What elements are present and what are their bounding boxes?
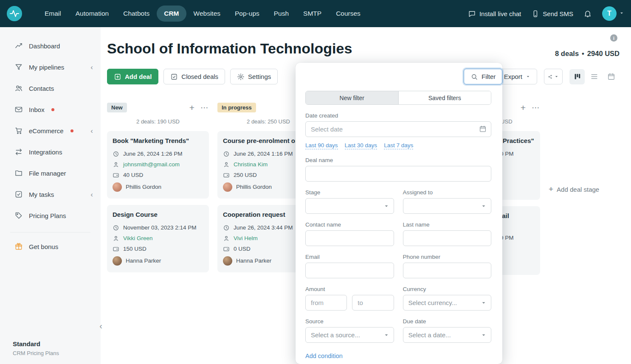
stage-select[interactable] (305, 198, 394, 214)
last-90-days-link[interactable]: Last 90 days (305, 142, 338, 149)
nav-item-email[interactable]: Email (37, 6, 68, 22)
stage-menu-icon[interactable]: ⋯ (200, 104, 209, 112)
add-deal-to-stage-icon[interactable]: + (189, 103, 194, 112)
add-condition-link[interactable]: Add condition (305, 353, 343, 359)
tab-new-filter[interactable]: New filter (306, 91, 398, 104)
check-square-icon (170, 73, 178, 81)
stage-badge: New (107, 103, 127, 112)
contact-name-input[interactable] (305, 230, 394, 246)
deal-owner: Phillis Gordon (236, 184, 272, 190)
kanban-icon (573, 73, 581, 81)
tab-saved-filters[interactable]: Saved filters (398, 91, 491, 104)
add-deal-to-stage-icon[interactable]: + (521, 103, 526, 112)
deal-name-input[interactable] (305, 166, 491, 182)
chevron-down-icon (383, 332, 390, 340)
due-date-select[interactable]: Select a date... (403, 327, 492, 343)
add-deal-button[interactable]: Add deal (107, 69, 158, 84)
notification-dot (51, 108, 54, 111)
closed-deals-button[interactable]: Closed deals (163, 69, 225, 84)
search-icon (470, 73, 478, 81)
card-list: Book "Marketing Trends" June 26, 2024 1:… (107, 131, 209, 272)
deal-card[interactable]: Design Course November 03, 2023 2:14 PM … (107, 205, 209, 272)
stage-menu-icon[interactable]: ⋯ (532, 104, 540, 112)
nav-item-courses[interactable]: Courses (329, 6, 368, 22)
phone-number-input[interactable] (403, 263, 492, 278)
info-icon[interactable]: i (610, 34, 617, 42)
deal-stats: 8 deals • 2940 USD (555, 50, 620, 58)
bell-icon (583, 9, 592, 18)
share-nodes-icon (548, 73, 552, 81)
closed-deals-label: Closed deals (181, 73, 218, 80)
source-select[interactable]: Select a source... (305, 327, 394, 343)
chevron-down-icon (383, 203, 390, 211)
stage-label: Stage (305, 189, 394, 196)
dot-separator: • (582, 50, 584, 58)
nav-item-websites[interactable]: Websites (186, 6, 228, 22)
notifications-button[interactable] (583, 9, 592, 18)
list-view-button[interactable] (586, 69, 602, 84)
filter-tabs: New filter Saved filters (305, 91, 491, 105)
last-30-days-link[interactable]: Last 30 days (345, 142, 377, 149)
nav-item-crm[interactable]: CRM (157, 6, 186, 22)
deal-contact-link[interactable]: Christina Kim (234, 161, 268, 168)
page-title: School of Information Technologies (107, 40, 352, 57)
chevron-down-icon (554, 73, 559, 80)
deal-contact-link[interactable]: johnsmith@gmail.com (123, 161, 180, 168)
last-name-input[interactable] (403, 230, 492, 246)
sidebar-label: Contacts (29, 85, 54, 92)
due-date-label: Due date (403, 318, 492, 325)
crm-app: Email Automation Chatbots CRM Websites P… (0, 0, 631, 364)
amount-from-input[interactable] (305, 295, 347, 311)
kanban-view-button[interactable] (569, 69, 585, 84)
sidebar-item-integrations[interactable]: Integrations (0, 141, 101, 162)
brand-logo[interactable] (7, 6, 22, 21)
calendar-view-button[interactable] (603, 69, 619, 84)
nav-item-chatbots[interactable]: Chatbots (116, 6, 157, 22)
deal-contact-link[interactable]: Vikki Green (123, 235, 153, 241)
add-deal-stage-button[interactable]: + Add deal stage (549, 104, 599, 275)
sidebar-item-contacts[interactable]: Contacts (0, 78, 101, 99)
automation-actions-button[interactable] (544, 69, 563, 84)
deal-contact-link[interactable]: Vivi Helm (234, 235, 258, 241)
person-icon (113, 235, 119, 242)
sidebar-item-file-manager[interactable]: File manager (0, 162, 101, 184)
date-created-input[interactable] (305, 121, 491, 137)
date-quick-ranges: Last 90 days Last 30 days Last 7 days (305, 142, 491, 149)
nav-item-push[interactable]: Push (267, 6, 296, 22)
sidebar-item-my-pipelines[interactable]: My pipelines ‹ (0, 56, 101, 78)
sidebar-item-inbox[interactable]: Inbox (0, 99, 101, 120)
filter-button[interactable]: Filter (464, 69, 502, 84)
gift-icon (14, 242, 23, 251)
last-7-days-link[interactable]: Last 7 days (384, 142, 413, 149)
install-live-chat-button[interactable]: Install live chat (468, 10, 521, 18)
send-sms-button[interactable]: Send SMS (531, 10, 573, 18)
source-select-placeholder: Select a source... (311, 331, 360, 339)
currency-select[interactable]: Select currency... (403, 295, 492, 311)
amount-to-input[interactable] (352, 295, 394, 311)
sidebar-item-ecommerce[interactable]: eCommerce ‹ (0, 120, 101, 141)
sidebar-item-pricing-plans[interactable]: Pricing Plans (0, 205, 101, 226)
sidebar-item-get-bonus[interactable]: Get bonus (0, 236, 101, 257)
nav-item-smtp[interactable]: SMTP (296, 6, 329, 22)
nav-item-popups[interactable]: Pop-ups (228, 6, 267, 22)
account-menu[interactable]: T (602, 6, 624, 21)
sidebar-label: Pricing Plans (29, 212, 66, 219)
sidebar-label: My tasks (29, 191, 54, 198)
due-date-select-placeholder: Select a date... (408, 331, 451, 339)
email-input[interactable] (305, 263, 394, 278)
deal-amount: 150 USD (123, 246, 146, 252)
sidebar-collapse-button[interactable]: ‹ (99, 321, 102, 331)
settings-button[interactable]: Settings (230, 69, 278, 84)
sidebar-item-my-tasks[interactable]: My tasks ‹ (0, 184, 101, 205)
gear-icon (237, 73, 245, 81)
stage-badge: In progress (217, 103, 256, 112)
nav-item-automation[interactable]: Automation (68, 6, 116, 22)
avatar[interactable]: T (602, 6, 617, 21)
deal-card[interactable]: Book "Marketing Trends" June 26, 2024 1:… (107, 131, 209, 199)
assigned-to-select[interactable] (403, 198, 492, 214)
top-nav: Email Automation Chatbots CRM Websites P… (0, 0, 631, 27)
sidebar-item-dashboard[interactable]: Dashboard (0, 35, 101, 56)
deal-owner-row: Hanna Parker (113, 254, 203, 267)
owner-avatar (113, 182, 122, 192)
plan-pricing-link[interactable]: CRM Pricing Plans (13, 350, 59, 356)
